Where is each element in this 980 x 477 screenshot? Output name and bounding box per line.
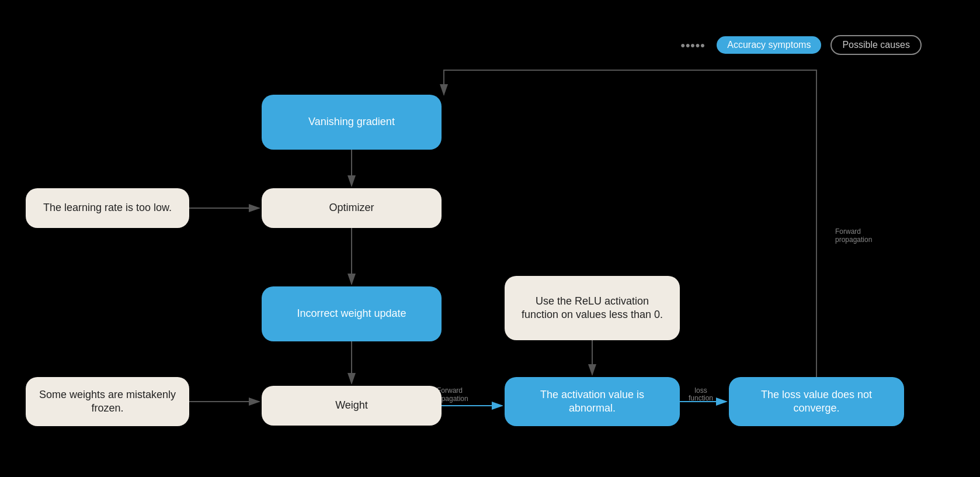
- relu-info-label: Use the ReLU activation function on valu…: [516, 295, 668, 322]
- legend: ●●●●● Accuracy symptoms Possible causes: [680, 35, 922, 55]
- svg-text:function: function: [689, 394, 713, 402]
- frozen-weights-label: Some weights are mistakenly frozen.: [37, 388, 178, 416]
- relu-info-node: Use the ReLU activation function on valu…: [505, 276, 680, 340]
- learning-rate-node: The learning rate is too low.: [26, 188, 189, 228]
- legend-possible-causes: Possible causes: [830, 35, 922, 55]
- frozen-weights-node: Some weights are mistakenly frozen.: [26, 377, 189, 426]
- loss-not-converge-node: The loss value does not converge.: [729, 377, 904, 426]
- optimizer-label: Optimizer: [329, 201, 374, 215]
- svg-text:propagation: propagation: [835, 236, 872, 244]
- activation-abnormal-node: The activation value is abnormal.: [505, 377, 680, 426]
- vanishing-gradient-label: Vanishing gradient: [308, 115, 395, 129]
- weight-node: Weight: [262, 386, 442, 426]
- loss-not-converge-label: The loss value does not converge.: [741, 388, 892, 416]
- legend-prefix-text: ●●●●●: [680, 40, 705, 50]
- vanishing-gradient-node: Vanishing gradient: [262, 95, 442, 150]
- svg-text:loss: loss: [694, 386, 707, 395]
- diagram-container: ●●●●● Accuracy symptoms Possible causes: [0, 0, 980, 477]
- activation-abnormal-label: The activation value is abnormal.: [516, 388, 668, 416]
- legend-accuracy-symptoms: Accuracy symptoms: [717, 36, 821, 54]
- optimizer-node: Optimizer: [262, 188, 442, 228]
- svg-text:Forward: Forward: [835, 227, 861, 236]
- incorrect-weight-update-label: Incorrect weight update: [297, 307, 406, 320]
- learning-rate-label: The learning rate is too low.: [43, 201, 172, 215]
- weight-label: Weight: [335, 399, 368, 412]
- incorrect-weight-update-node: Incorrect weight update: [262, 286, 442, 341]
